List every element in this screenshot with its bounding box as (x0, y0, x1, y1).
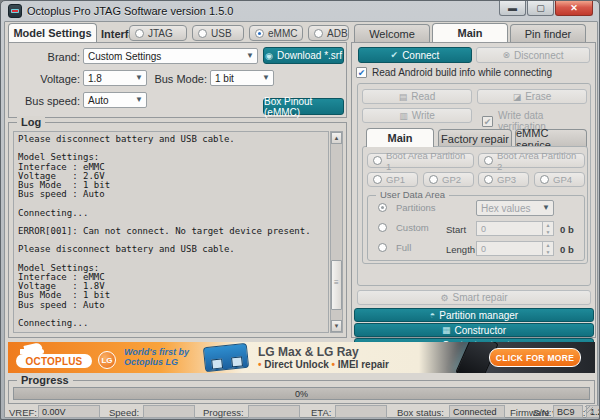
tab-model-settings[interactable]: Model Settings (8, 23, 97, 42)
download-srf-button[interactable]: ◉ Download *.srf (263, 47, 344, 64)
speed-label: Speed: (109, 407, 139, 418)
brand-select[interactable]: Custom Settings ▼ (83, 48, 258, 64)
bullet-icon: • (258, 359, 262, 370)
tab-pin-finder[interactable]: Pin finder (510, 24, 586, 42)
disconnect-label: Disconnect (514, 50, 563, 61)
emmc-areas-panel: Boot Area Partition 1 Boot Area Partitio… (362, 146, 588, 264)
user-data-area-title: User Data Area (376, 189, 449, 200)
click-for-more-button[interactable]: CLICK FOR MORE (489, 348, 581, 367)
scroll-up-icon[interactable]: ▲ (331, 132, 342, 144)
resize-grip[interactable] (585, 406, 593, 414)
chevron-down-icon: ▼ (246, 51, 254, 60)
log-scrollbar[interactable]: ▲ ▼ (330, 131, 343, 333)
radio-icon (198, 29, 207, 38)
spinner-arrows-icon[interactable]: ▲▼ (542, 222, 553, 235)
interface-option-jtag[interactable]: JTAG (129, 25, 187, 41)
bus-speed-label: Bus speed: (15, 95, 80, 107)
lg-logo: LG (98, 351, 116, 369)
eraser-icon: ◪ (513, 92, 522, 102)
progress-label: Progress: (203, 407, 244, 418)
bus-mode-label: Bus Mode: (151, 73, 207, 85)
bus-speed-value: Auto (88, 95, 109, 106)
gp1-option[interactable]: GP1 (367, 172, 418, 187)
titlebar[interactable]: Octoplus Pro JTAG Software version 1.5.0… (1, 1, 600, 21)
gp2-option[interactable]: GP2 (423, 172, 474, 187)
interface-option-adb[interactable]: ADB (308, 25, 349, 41)
interface-option-usb[interactable]: USB (192, 25, 244, 41)
tab-welcome[interactable]: Welcome (354, 24, 430, 42)
partitions-mode-select[interactable]: Hex values ▼ (476, 200, 554, 216)
read-button[interactable]: ▤ Read (362, 89, 472, 104)
client-area: Model Settings Interface: JTAG USB eMMC … (4, 21, 598, 418)
tab-welcome-label: Welcome (369, 28, 415, 40)
scroll-down-icon[interactable]: ▼ (331, 320, 342, 332)
radio-icon (135, 29, 144, 38)
partition-manager-button[interactable]: ◓ Partition manager (354, 308, 594, 322)
chevron-down-icon: ▼ (135, 95, 143, 104)
maximize-button[interactable]: ▢ (527, 1, 554, 16)
connect-button[interactable]: ✔ Connect (358, 47, 472, 63)
status-bar: VREF: 0.00V Speed: Progress: ETA: Box st… (5, 407, 597, 418)
custom-option[interactable]: Custom (373, 222, 429, 233)
length-input[interactable]: 0 ▲▼ (476, 241, 554, 256)
tab-inner-main[interactable]: Main (366, 128, 434, 147)
spinner-arrows-icon[interactable]: ▲▼ (542, 242, 553, 255)
constructor-button[interactable]: ▦ Constructor (354, 323, 594, 337)
bus-mode-select[interactable]: 1 bit ▼ (210, 70, 274, 86)
read-label: Read (411, 91, 435, 102)
vref-label: VREF: (9, 407, 37, 418)
model-settings-panel: Brand: Custom Settings ▼ ◉ Download *.sr… (8, 42, 347, 118)
gp4-option[interactable]: GP4 (534, 172, 585, 187)
box-status-label: Box status: (397, 407, 444, 418)
read-android-checkbox[interactable]: ✔ Read Android build info while connecti… (356, 67, 552, 78)
tab-pin-finder-label: Pin finder (525, 28, 571, 40)
interface-option-emmc[interactable]: eMMC (249, 25, 303, 41)
minimize-button[interactable]: ▬ (499, 1, 526, 16)
write-button[interactable]: ▥ Write (362, 108, 472, 123)
boot-area-2-option[interactable]: Boot Area Partition 2 (478, 153, 585, 168)
tab-factory-repair[interactable]: Factory repair (438, 129, 512, 147)
custom-label: Custom (396, 222, 429, 233)
length-label: Length (446, 244, 475, 255)
full-option[interactable]: Full (373, 242, 411, 253)
tab-main-label: Main (457, 27, 482, 39)
progress-value (248, 405, 300, 418)
partitions-option[interactable]: Partitions (373, 202, 436, 213)
log-output[interactable]: Please disconnect battery and USB cable.… (13, 131, 329, 333)
tab-factory-repair-label: Factory repair (441, 133, 509, 145)
sn-label: S/N: (533, 407, 551, 418)
promo-banner[interactable]: OCTOPLUS LG World's first by Octoplus LG… (8, 342, 595, 373)
length-unit: 0 b (560, 244, 574, 255)
smart-repair-button[interactable]: ⚙ Smart repair (357, 290, 591, 305)
write-icon: ▥ (399, 111, 408, 121)
partitions-label: Partitions (396, 202, 436, 213)
read-icon: ▤ (399, 92, 408, 102)
close-button[interactable]: ✕ (555, 1, 593, 16)
log-group: Log Please disconnect battery and USB ca… (8, 122, 347, 338)
tab-emmc-service[interactable]: eMMC service (515, 129, 587, 147)
disconnect-button[interactable]: ⊗ Disconnect (476, 47, 590, 63)
partitions-mode-value: Hex values (481, 203, 530, 214)
boot-area-1-option[interactable]: Boot Area Partition 1 (367, 153, 474, 168)
gp2-label: GP2 (442, 174, 461, 185)
tab-main[interactable]: Main (432, 23, 508, 42)
box-pinout-button[interactable]: Box Pinout (eMMC) (263, 98, 344, 115)
voltage-label: Voltage: (25, 73, 80, 85)
brand-value: Custom Settings (88, 51, 161, 62)
banner-tagline: World's first by Octoplus LG (124, 347, 189, 367)
erase-button[interactable]: ◪ Erase (477, 89, 587, 104)
progress-percent: 0% (295, 389, 308, 399)
scrollbar-thumb[interactable] (331, 260, 342, 310)
start-input[interactable]: 0 ▲▼ (476, 221, 554, 236)
radio-icon (378, 223, 387, 232)
radio-selected-icon (255, 29, 264, 38)
boot-area-1-label: Boot Area Partition 1 (386, 150, 473, 172)
bus-speed-select[interactable]: Auto ▼ (83, 92, 147, 108)
app-window: Octoplus Pro JTAG Software version 1.5.0… (0, 0, 600, 420)
checkbox-checked-icon: ✔ (356, 67, 367, 78)
gp3-option[interactable]: GP3 (478, 172, 529, 187)
write-label: Write (412, 110, 435, 121)
voltage-select[interactable]: 1.8 ▼ (83, 70, 147, 86)
chevron-down-icon: ▼ (135, 73, 143, 82)
log-group-title: Log (17, 116, 45, 128)
